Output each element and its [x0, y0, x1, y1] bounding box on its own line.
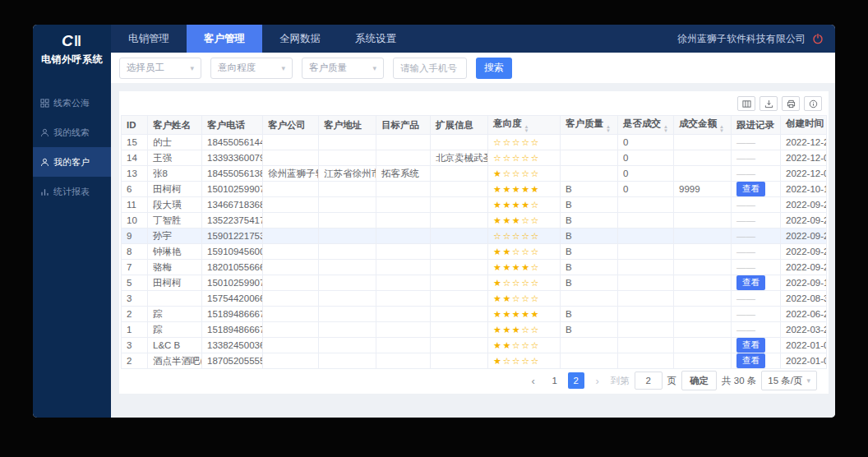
nav-tab-1[interactable]: 电销管理 — [111, 25, 187, 53]
sidebar-item-2[interactable]: 我的线索 — [33, 118, 111, 147]
table-row[interactable]: 2酒点半酒吧(绿...18705205555★☆☆☆☆查看2022-01-06 … — [122, 353, 827, 369]
sort-icon[interactable]: ▲▼ — [663, 125, 668, 132]
cell-product — [376, 338, 431, 353]
table-row[interactable]: 1踪15189486667★★★☆☆B——2022-03-29 ... — [122, 322, 827, 338]
view-record-button[interactable]: 查看 — [736, 338, 765, 353]
cell-ext — [431, 291, 488, 307]
page-button-2[interactable]: 2 — [568, 372, 584, 389]
cell-product — [376, 213, 431, 228]
app-title: 电销外呼系统 — [33, 53, 111, 67]
cell-quality — [561, 150, 618, 166]
sidebar: C‖ 电销外呼系统 线索公海我的线索我的客户统计报表 — [33, 25, 111, 418]
star-filled-icon: ★ — [502, 184, 511, 194]
per-page-select[interactable]: 15 条/页 ▾ — [761, 371, 817, 390]
page-button-1[interactable]: 1 — [547, 372, 563, 389]
quality-select[interactable]: 客户质量 ▾ — [302, 58, 384, 79]
print-icon[interactable] — [782, 96, 800, 111]
table-row[interactable]: 3L&C B13382450036★★☆☆☆查看2022-01-06 ... — [122, 338, 827, 353]
search-button[interactable]: 搜索 — [476, 58, 512, 79]
cell-company — [263, 260, 319, 275]
cell-follow-record: —— — [732, 213, 781, 228]
sort-desc-icon[interactable]: ▼ — [719, 129, 724, 133]
table-row[interactable]: 7骆梅18201055666★★★★☆B——2022-09-22 ... — [122, 260, 827, 275]
sort-desc-icon[interactable]: ▼ — [606, 129, 611, 133]
star-empty-icon: ☆ — [512, 153, 521, 163]
sidebar-item-4[interactable]: 统计报表 — [33, 177, 111, 206]
table-row[interactable]: 14王强13393360079北京卖械武圣...☆☆☆☆☆0——2022-12-… — [122, 150, 827, 166]
goto-page-input[interactable] — [635, 372, 663, 390]
table-row[interactable]: 10丁智胜13522375417★★★☆☆B——2022-09-22 ... — [122, 213, 827, 228]
star-empty-icon: ☆ — [531, 215, 540, 225]
no-record-dash: —— — [736, 168, 755, 178]
cell-ext — [431, 182, 488, 197]
cell-name: L&C B — [148, 338, 202, 353]
star-filled-icon: ★ — [502, 247, 511, 256]
intent-select[interactable]: 意向程度 ▾ — [210, 58, 293, 79]
column-header[interactable]: 客户质量▲▼ — [561, 116, 618, 135]
column-header: 客户地址 — [319, 116, 376, 135]
cell-id: 3 — [122, 291, 148, 307]
table-row[interactable]: 6田柯柯15010259907★★★★★B09999查看2022-10-12 .… — [122, 182, 827, 197]
table-row[interactable]: 2踪15189486667★★★★★B——2022-06-26 ... — [122, 307, 827, 322]
employee-select[interactable]: 选择员工 ▾ — [119, 58, 201, 79]
view-record-button[interactable]: 查看 — [736, 182, 765, 196]
star-filled-icon: ★ — [493, 278, 502, 288]
goto-label: 到第 — [611, 375, 630, 387]
table-row[interactable]: 9孙宇15901221753☆☆☆☆☆B——2022-09-22 ... — [122, 228, 827, 244]
info-icon[interactable] — [804, 96, 822, 111]
star-empty-icon: ☆ — [531, 293, 540, 303]
cell-product — [376, 197, 431, 213]
view-record-button[interactable]: 查看 — [736, 353, 765, 368]
star-empty-icon: ☆ — [512, 168, 521, 178]
table-row[interactable]: 15的士18455056144☆☆☆☆☆0——2022-12-26 ... — [122, 135, 827, 150]
star-empty-icon: ☆ — [502, 137, 511, 147]
next-page-icon[interactable]: › — [589, 372, 606, 389]
star-filled-icon: ★ — [493, 247, 502, 256]
sort-icon[interactable]: ▲▼ — [606, 125, 611, 132]
sort-icon[interactable]: ▲▼ — [826, 125, 827, 132]
sort-desc-icon[interactable]: ▼ — [826, 129, 827, 133]
prev-page-icon[interactable]: ‹ — [525, 372, 542, 389]
clue-pool-icon — [40, 99, 49, 108]
table-row[interactable]: 315754420066★★☆☆☆——2022-08-30 ... — [122, 291, 827, 307]
cell-amount — [674, 166, 732, 182]
column-header[interactable]: 是否成交▲▼ — [618, 116, 674, 135]
cell-quality: B — [561, 182, 618, 197]
cell-id: 13 — [122, 166, 148, 182]
nav-tab-3[interactable]: 全网数据 — [262, 25, 338, 53]
cell-id: 6 — [122, 182, 148, 197]
table-row[interactable]: 8钟琳艳15910945600★★☆☆☆B——2022-09-22 ... — [122, 244, 827, 260]
sort-icon[interactable]: ▲▼ — [524, 125, 529, 132]
column-header[interactable]: 成交金额▲▼ — [674, 116, 732, 135]
cell-product — [376, 307, 431, 322]
goto-confirm-button[interactable]: 确定 — [681, 371, 717, 390]
export-icon[interactable] — [760, 96, 778, 111]
logout-power-icon[interactable] — [812, 33, 824, 44]
nav-tab-2[interactable]: 客户管理 — [187, 25, 262, 53]
table-row[interactable]: 13张818455056138徐州蓝狮子软...江苏省徐州市...拓客系统★☆☆… — [122, 166, 827, 182]
table-row[interactable]: 5田柯柯15010259907★☆☆☆☆B查看2022-09-14 ... — [122, 275, 827, 291]
caret-down-icon: ▾ — [372, 64, 376, 72]
sort-desc-icon[interactable]: ▼ — [524, 129, 529, 133]
column-header[interactable]: 创建时间▲▼ — [781, 116, 827, 135]
column-header-label: 客户地址 — [324, 120, 362, 130]
cell-follow-record: —— — [732, 166, 781, 182]
cell-intent-stars: ★★★★☆ — [488, 260, 561, 275]
sidebar-item-3[interactable]: 我的客户 — [33, 147, 111, 177]
cell-intent-stars: ★☆☆☆☆ — [488, 166, 561, 182]
star-empty-icon: ☆ — [521, 137, 530, 147]
column-header-label: 扩展信息 — [436, 120, 473, 130]
phone-input[interactable] — [393, 58, 467, 79]
cell-intent-stars: ★★☆☆☆ — [488, 244, 561, 260]
view-record-button[interactable]: 查看 — [736, 275, 765, 290]
table-row[interactable]: 11段大璜13466718368★★★★☆B——2022-09-22 ... — [122, 197, 827, 213]
columns-icon[interactable] — [737, 96, 755, 111]
sort-icon[interactable]: ▲▼ — [719, 125, 724, 132]
sort-desc-icon[interactable]: ▼ — [663, 129, 668, 133]
sidebar-item-1[interactable]: 线索公海 — [33, 88, 111, 118]
star-empty-icon: ☆ — [502, 168, 511, 178]
sort-asc-icon[interactable]: ▲ — [826, 125, 827, 129]
nav-tab-4[interactable]: 系统设置 — [338, 25, 413, 53]
column-header[interactable]: 意向度▲▼ — [488, 116, 561, 135]
cell-follow-record: —— — [732, 135, 781, 150]
